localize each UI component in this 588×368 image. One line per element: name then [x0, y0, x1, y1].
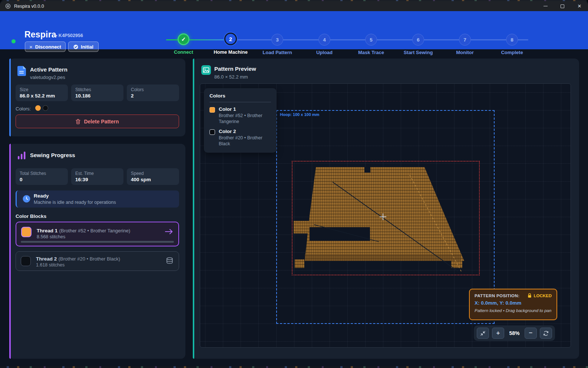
step-check-icon: ✓ — [178, 33, 189, 45]
card-accent — [9, 144, 11, 359]
stat-label: Size — [20, 87, 64, 92]
colors-label: Colors: — [16, 106, 31, 112]
window-title: Respira v0.0.0 — [14, 4, 44, 9]
background-window-sliver-bottom — [0, 366, 588, 368]
step-start-sewing[interactable]: 6 Start Sewing — [395, 25, 441, 55]
machine-serial: • K4P502956 — [56, 33, 83, 38]
color-dot-tangerine — [35, 105, 41, 111]
disconnect-button[interactable]: × Disconnect — [25, 42, 66, 52]
zoom-out-button[interactable]: − — [525, 328, 537, 339]
step-mask-trace[interactable]: 5 Mask Trace — [348, 25, 394, 55]
x-icon: × — [29, 44, 33, 50]
preview-dimensions: 86.0 × 52.2 mm — [214, 74, 248, 80]
maximize-icon — [561, 4, 564, 8]
stat-speed: Speed 400 spm — [127, 168, 179, 185]
close-button[interactable]: ✕ — [571, 1, 588, 11]
disconnect-label: Disconnect — [35, 44, 61, 50]
trash-icon — [76, 119, 80, 124]
pattern-center-crosshair — [380, 213, 386, 220]
thread-stitches: 1.618 stitches — [36, 262, 65, 268]
colors-legend: Colors Color 1 Brother #52 • Brother Tan… — [204, 88, 277, 153]
thread-stitches: 8.568 stitches — [37, 234, 65, 239]
legend-divider — [209, 102, 271, 102]
clock-icon — [23, 195, 30, 203]
thread-2-swatch — [21, 256, 31, 266]
pattern-preview-card: Pattern Preview 86.0 × 52.2 mm Hoop: 100… — [193, 59, 579, 359]
stat-value: 86.0 x 52.2 mm — [20, 93, 64, 99]
position-coordinates: X: 0.0mm, Y: 0.0mm — [475, 300, 552, 306]
card-title: Active Pattern — [30, 66, 67, 73]
delete-pattern-button[interactable]: Delete Pattern — [16, 115, 179, 128]
thread-detail: (Brother #20 • Brother Black) — [59, 256, 120, 262]
stat-est-time: Est. Time 16:39 — [71, 168, 123, 185]
step-home-machine[interactable]: 2 Home Machine — [208, 25, 254, 55]
connection-status-dot — [11, 39, 16, 43]
status-title: Ready — [34, 193, 49, 199]
initial-button[interactable]: Initial — [68, 42, 99, 52]
step-label: Upload — [301, 50, 347, 55]
step-load-pattern[interactable]: 3 Load Pattern — [254, 25, 300, 55]
position-hint: Pattern locked • Drag background to pan — [475, 308, 552, 313]
step-label: Mask Trace — [348, 50, 394, 55]
step-number: 5 — [365, 34, 377, 46]
stat-stitches: Stitches 10.186 — [71, 84, 123, 101]
step-number: 6 — [412, 34, 424, 46]
step-number: 7 — [459, 34, 471, 46]
maximize-button[interactable] — [554, 1, 571, 11]
compress-icon — [480, 331, 486, 336]
step-number: 2 — [224, 33, 237, 45]
step-upload[interactable]: 4 Upload — [301, 25, 347, 55]
step-monitor[interactable]: 7 Monitor — [442, 25, 488, 55]
refresh-icon — [543, 331, 549, 336]
minimize-icon — [544, 6, 548, 7]
step-connect[interactable]: ✓ Connect — [161, 25, 207, 55]
active-pattern-card: Active Pattern valetudogv2.pes Size 86.0… — [9, 59, 185, 136]
stat-total-stitches: Total Stitches 0 — [16, 168, 68, 185]
delete-pattern-label: Delete Pattern — [84, 119, 119, 125]
step-label: Home Machine — [208, 49, 254, 55]
fit-to-view-button[interactable] — [477, 328, 489, 339]
color-blocks-label: Color Blocks — [16, 213, 46, 219]
titlebar[interactable]: Respira v0.0.0 ✕ — [0, 1, 588, 11]
thread-name: Thread 2 — [36, 256, 57, 262]
stat-value: 2 — [131, 93, 175, 99]
color-dot-black — [43, 105, 48, 111]
minus-icon: − — [529, 329, 533, 337]
stat-value: 400 spm — [131, 177, 175, 182]
step-label: Monitor — [442, 50, 488, 55]
plus-icon: + — [496, 329, 500, 337]
card-accent — [193, 59, 194, 359]
legend-entry-color2: Color 2 Brother #20 • Brother Black — [209, 129, 271, 147]
zoom-in-button[interactable]: + — [492, 328, 504, 339]
image-icon — [201, 65, 211, 75]
card-accent — [9, 59, 11, 136]
thread-1-block[interactable]: Thread 1 (Brother #52 • Brother Tangerin… — [16, 222, 179, 246]
step-number: 4 — [318, 34, 330, 46]
app-name: Respira — [24, 30, 56, 40]
step-label: Connect — [161, 49, 207, 55]
zoom-toolbar: + 58% − — [474, 325, 555, 341]
pattern-filename: valetudogv2.pes — [30, 74, 65, 80]
pattern-position-overlay: PATTERN POSITION: LOCKED X: 0.0mm, Y: 0.… — [469, 289, 557, 320]
position-label: PATTERN POSITION: — [475, 294, 519, 298]
step-number: 8 — [506, 34, 518, 46]
stat-value: 16:39 — [75, 177, 119, 182]
stat-size: Size 86.0 x 52.2 mm — [16, 84, 68, 101]
thread-2-block[interactable]: Thread 2 (Brother #20 • Brother Black) 1… — [16, 251, 179, 271]
initial-label: Initial — [81, 44, 93, 50]
legend-desc: Brother #52 • Brother Tangerine — [219, 113, 268, 125]
zoom-level: 58% — [507, 330, 522, 336]
close-icon: ✕ — [578, 4, 582, 9]
step-label: Load Pattern — [254, 50, 300, 55]
bar-chart-icon — [17, 152, 26, 160]
reset-view-button[interactable] — [540, 328, 552, 339]
syntax-dashes — [0, 366, 588, 368]
preview-canvas[interactable]: Hoop: 100 x 100 mm — [200, 83, 571, 348]
minimize-button[interactable] — [537, 1, 554, 11]
step-complete[interactable]: 8 Complete — [489, 25, 535, 55]
hoop-label: Hoop: 100 x 100 mm — [280, 112, 319, 117]
step-number: 3 — [271, 34, 283, 46]
file-icon — [17, 66, 26, 76]
stat-value: 0 — [20, 177, 64, 182]
stat-label: Speed — [131, 171, 175, 176]
